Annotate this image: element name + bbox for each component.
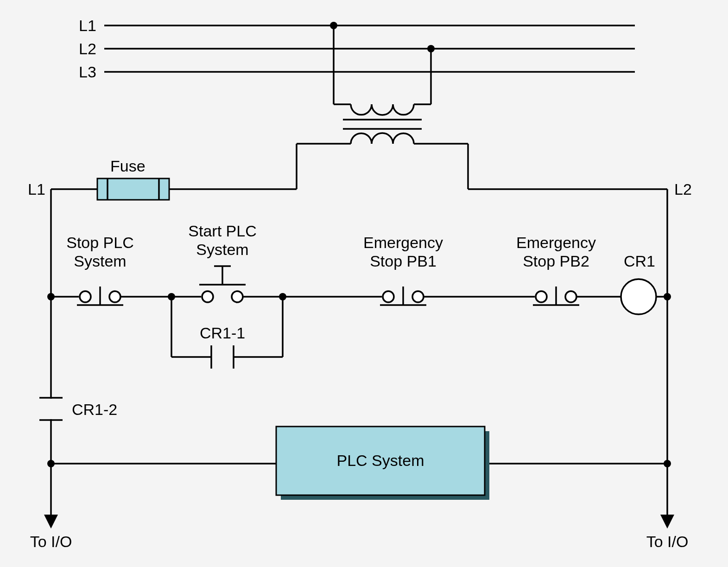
fuse-icon: [97, 178, 169, 200]
rail-right-label: L2: [674, 180, 692, 198]
fuse-label: Fuse: [110, 157, 146, 175]
svg-marker-65: [660, 515, 674, 529]
estop2-label-1: Emergency: [516, 234, 596, 251]
to-io-right-label: To I/O: [646, 533, 689, 550]
svg-point-49: [536, 291, 547, 302]
to-io-left-label: To I/O: [30, 533, 72, 550]
estop1-nc-pushbutton-icon: [380, 287, 426, 305]
start-plc-label-2: System: [196, 241, 248, 258]
to-io-right-arrow-icon: [660, 515, 674, 529]
to-io-left-arrow-icon: [44, 515, 58, 529]
stop-plc-label-1: Stop PLC: [66, 234, 134, 251]
svg-point-45: [412, 291, 424, 302]
svg-point-31: [232, 291, 243, 302]
svg-point-30: [202, 291, 213, 302]
cr1-2-label: CR1-2: [72, 401, 117, 418]
cr1-1-label: CR1-1: [200, 324, 245, 342]
estop1-label-1: Emergency: [363, 234, 443, 251]
cr1-label: CR1: [624, 252, 655, 270]
svg-point-50: [565, 291, 576, 302]
svg-marker-64: [44, 515, 58, 529]
cr1-1-no-contact-icon: [211, 345, 234, 369]
svg-point-23: [80, 291, 91, 302]
stop-plc-nc-pushbutton-icon: [77, 287, 123, 305]
transformer-secondary-icon: [351, 133, 414, 144]
estop2-label-2: Stop PB2: [523, 252, 589, 270]
svg-point-24: [109, 291, 120, 302]
phase-label-l3: L3: [79, 63, 96, 81]
transformer-primary-icon: [351, 104, 414, 115]
estop2-nc-pushbutton-icon: [533, 287, 579, 305]
estop1-label-2: Stop PB1: [370, 252, 437, 270]
start-plc-no-pushbutton-icon: [199, 266, 246, 302]
stop-plc-label-2: System: [74, 252, 126, 270]
cr1-coil-icon: [621, 279, 656, 314]
start-plc-label-1: Start PLC: [188, 222, 256, 240]
svg-point-44: [383, 291, 394, 302]
phase-label-l1: L1: [79, 17, 96, 34]
rail-left-label: L1: [28, 180, 45, 198]
cr1-2-no-contact-icon: [39, 398, 63, 420]
plc-system-label: PLC System: [337, 452, 424, 469]
phase-label-l2: L2: [79, 40, 96, 57]
